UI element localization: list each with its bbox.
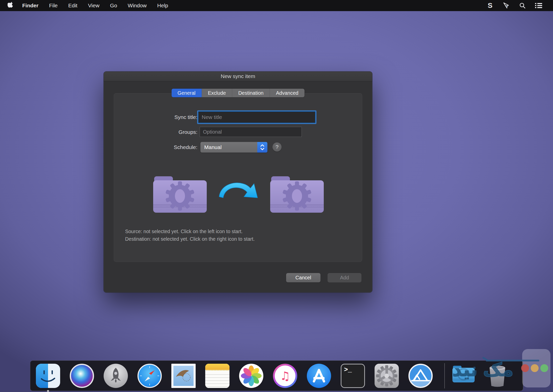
- app-store-icon: [307, 364, 331, 388]
- tab-exclude[interactable]: Exclude: [202, 89, 232, 97]
- menu-bar: Finder File Edit View Go Window Help S: [0, 0, 553, 11]
- dialog-title: New sync item: [221, 73, 255, 79]
- watermark-dot-green: [540, 364, 548, 372]
- dock-item-trash[interactable]: [485, 364, 510, 388]
- desktop: Finder File Edit View Go Window Help S: [0, 0, 553, 392]
- tab-general[interactable]: General: [171, 89, 202, 97]
- dialog-title-bar[interactable]: New sync item: [104, 71, 372, 81]
- synctime-menu-icon[interactable]: S: [486, 2, 494, 9]
- watermark-window-logo: [522, 349, 550, 387]
- destination-folder-icon: [269, 173, 325, 214]
- cancel-button[interactable]: Cancel: [286, 273, 320, 282]
- finder-icon: [36, 364, 60, 388]
- siri-icon: [70, 364, 94, 388]
- dock-item-finder[interactable]: [36, 364, 60, 388]
- dock-item-notes[interactable]: [205, 364, 229, 388]
- dock-item-terminal[interactable]: >_: [341, 364, 365, 388]
- tab-advanced[interactable]: Advanced: [270, 89, 305, 97]
- watermark-dot-orange: [531, 364, 539, 372]
- dock: ♫ >_: [30, 360, 523, 391]
- popup-stepper-icon: [257, 142, 267, 153]
- safari-icon: [137, 364, 162, 388]
- menu-item-help[interactable]: Help: [157, 3, 168, 9]
- running-indicator: [47, 390, 49, 392]
- menu-item-finder[interactable]: Finder: [22, 3, 38, 9]
- dock-item-siri[interactable]: [70, 364, 94, 388]
- apple-menu[interactable]: [8, 2, 14, 9]
- dock-item-photos[interactable]: [239, 364, 263, 388]
- blue-folder-icon: [451, 364, 476, 384]
- menu-item-go[interactable]: Go: [110, 3, 117, 9]
- mountains-app-icon: [408, 364, 433, 388]
- trash-icon: [485, 364, 510, 388]
- dock-item-safari[interactable]: [137, 364, 162, 388]
- photos-icon: [239, 364, 263, 388]
- sync-direction-arrow-icon: [218, 180, 260, 204]
- menu-item-edit[interactable]: Edit: [68, 3, 77, 9]
- help-question-icon: ?: [275, 144, 279, 150]
- schedule-label: Schedule:: [106, 144, 197, 150]
- dock-item-itunes[interactable]: ♫: [273, 364, 297, 388]
- dock-item-app-cleaner[interactable]: [408, 364, 433, 388]
- system-preferences-gear-icon: [375, 364, 399, 388]
- schedule-popup[interactable]: Manual: [200, 142, 267, 153]
- list-menu-icon[interactable]: [535, 2, 542, 9]
- source-folder-icon: [152, 173, 208, 214]
- mail-icon: [171, 364, 196, 388]
- itunes-icon: ♫: [273, 364, 297, 388]
- tab-bar: General Exclude Destination Advanced: [171, 89, 304, 97]
- menu-bar-status-icons: S: [486, 2, 542, 9]
- apple-logo-icon: [8, 2, 14, 9]
- notes-icon: [205, 364, 229, 388]
- groups-label: Groups:: [106, 129, 197, 135]
- sync-title-input[interactable]: [198, 111, 315, 123]
- dock-item-app-store[interactable]: [307, 364, 331, 388]
- dock-separator: [444, 363, 445, 388]
- destination-status-line: Destination: not selected yet. Click on …: [125, 235, 255, 243]
- new-sync-item-dialog: New sync item General Exclude Destinatio…: [104, 71, 372, 292]
- menu-items: Finder File Edit View Go Window Help: [22, 3, 168, 9]
- add-button[interactable]: Add: [328, 273, 361, 282]
- source-status-line: Source: not selected yet. Click on the l…: [125, 228, 255, 235]
- schedule-help-button[interactable]: ?: [272, 142, 282, 152]
- dock-item-system-preferences[interactable]: [375, 364, 399, 388]
- dock-item-downloads-folder[interactable]: [451, 364, 476, 388]
- selection-status-text: Source: not selected yet. Click on the l…: [125, 228, 255, 243]
- launchpad-icon: [104, 364, 128, 388]
- tab-destination[interactable]: Destination: [232, 89, 270, 97]
- dock-item-mail[interactable]: [171, 364, 196, 388]
- destination-folder-button[interactable]: [269, 173, 325, 214]
- menu-item-window[interactable]: Window: [128, 3, 147, 9]
- sync-title-label: Sync title:: [106, 114, 197, 120]
- terminal-icon: >_: [341, 364, 365, 388]
- menu-item-view[interactable]: View: [88, 3, 99, 9]
- dock-item-launchpad[interactable]: [104, 364, 128, 388]
- schedule-popup-value: Manual: [200, 144, 257, 150]
- spotlight-search-icon[interactable]: [519, 2, 526, 9]
- groups-input[interactable]: [200, 127, 302, 137]
- cursor-tool-icon[interactable]: [502, 2, 510, 9]
- source-folder-button[interactable]: [152, 173, 208, 214]
- menu-item-file[interactable]: File: [49, 3, 58, 9]
